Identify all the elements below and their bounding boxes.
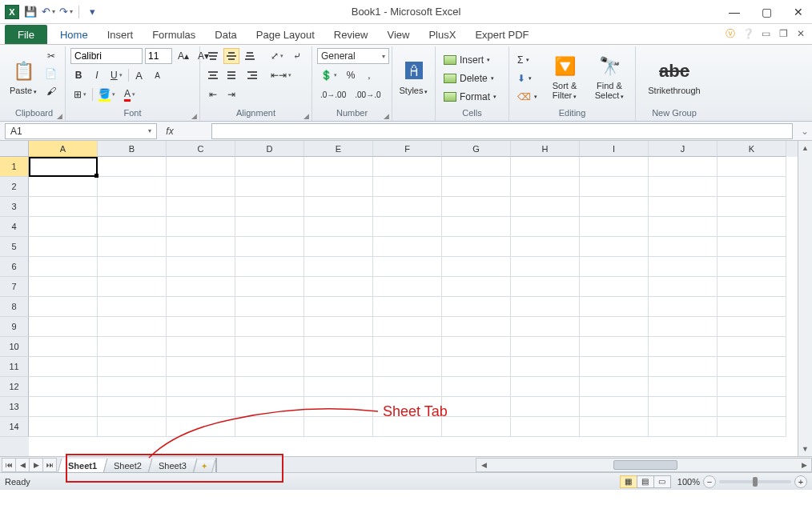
hscroll-split[interactable] xyxy=(215,458,222,472)
row-header-12[interactable]: 12 xyxy=(0,377,29,397)
font-color-icon[interactable]: A xyxy=(121,86,139,102)
cell-A12[interactable] xyxy=(29,377,98,397)
cell-J7[interactable] xyxy=(649,277,718,297)
sheet-nav-last-icon[interactable]: ⏭ xyxy=(42,458,57,472)
cell-D13[interactable] xyxy=(235,397,304,417)
cell-G5[interactable] xyxy=(442,237,511,257)
bold-button[interactable]: B xyxy=(70,67,86,83)
alignment-launcher-icon[interactable]: ◢ xyxy=(303,112,309,120)
cell-H2[interactable] xyxy=(511,177,580,197)
scroll-down-icon[interactable]: ▼ xyxy=(798,442,812,456)
sheet-tab-sheet3[interactable]: Sheet3 xyxy=(148,459,198,473)
cell-B6[interactable] xyxy=(98,257,167,277)
align-bottom-icon[interactable] xyxy=(242,48,258,64)
cell-B4[interactable] xyxy=(98,217,167,237)
clear-button[interactable]: ⌫▾ xyxy=(514,89,541,105)
zoom-in-button[interactable]: + xyxy=(794,475,807,488)
cell-E13[interactable] xyxy=(304,397,373,417)
cell-A9[interactable] xyxy=(29,317,98,337)
cell-F6[interactable] xyxy=(373,257,442,277)
cell-J12[interactable] xyxy=(649,377,718,397)
cell-A11[interactable] xyxy=(29,357,98,377)
cell-C1[interactable] xyxy=(167,157,235,177)
cut-icon[interactable]: ✂ xyxy=(42,48,60,64)
format-cells-button[interactable]: Format▾ xyxy=(440,89,500,105)
align-right-icon[interactable] xyxy=(242,67,258,83)
vertical-scrollbar[interactable]: ▲ ▼ xyxy=(798,141,812,456)
cell-K12[interactable] xyxy=(718,377,786,397)
cell-B8[interactable] xyxy=(98,297,167,317)
row-header-10[interactable]: 10 xyxy=(0,337,29,357)
cell-F12[interactable] xyxy=(373,377,442,397)
cell-F1[interactable] xyxy=(373,157,442,177)
tab-page-layout[interactable]: Page Layout xyxy=(248,25,323,44)
cell-E1[interactable] xyxy=(304,157,373,177)
cell-G12[interactable] xyxy=(442,377,511,397)
cell-F10[interactable] xyxy=(373,337,442,357)
increase-indent-icon[interactable]: ⇥ xyxy=(223,86,239,102)
cell-C5[interactable] xyxy=(167,237,235,257)
cell-I2[interactable] xyxy=(580,177,649,197)
cell-K4[interactable] xyxy=(718,217,786,237)
cell-F4[interactable] xyxy=(373,217,442,237)
cell-D3[interactable] xyxy=(235,197,304,217)
cell-B7[interactable] xyxy=(98,277,167,297)
fill-button[interactable]: ⬇▾ xyxy=(514,70,541,86)
cell-A5[interactable] xyxy=(29,237,98,257)
cell-J1[interactable] xyxy=(649,157,718,177)
close-button[interactable]: ✕ xyxy=(788,2,809,22)
tab-home[interactable]: Home xyxy=(52,25,96,44)
cell-J5[interactable] xyxy=(649,237,718,257)
cell-F14[interactable] xyxy=(373,417,442,437)
cell-D14[interactable] xyxy=(235,417,304,437)
cell-E10[interactable] xyxy=(304,337,373,357)
fx-icon[interactable]: fx xyxy=(160,126,179,137)
cell-J4[interactable] xyxy=(649,217,718,237)
cell-I9[interactable] xyxy=(580,317,649,337)
qat-customize-icon[interactable]: ▾ xyxy=(86,6,98,18)
row-header-3[interactable]: 3 xyxy=(0,197,29,217)
cell-G11[interactable] xyxy=(442,357,511,377)
cell-J10[interactable] xyxy=(649,337,718,357)
cell-E9[interactable] xyxy=(304,317,373,337)
cell-H12[interactable] xyxy=(511,377,580,397)
cell-B12[interactable] xyxy=(98,377,167,397)
cell-G8[interactable] xyxy=(442,297,511,317)
cell-F11[interactable] xyxy=(373,357,442,377)
cell-F2[interactable] xyxy=(373,177,442,197)
cell-K6[interactable] xyxy=(718,257,786,277)
row-header-8[interactable]: 8 xyxy=(0,297,29,317)
clipboard-launcher-icon[interactable]: ◢ xyxy=(57,112,62,120)
cell-H1[interactable] xyxy=(511,157,580,177)
cell-C4[interactable] xyxy=(167,217,235,237)
sort-filter-button[interactable]: 🔽 Sort & Filter xyxy=(544,48,585,104)
cell-H9[interactable] xyxy=(511,317,580,337)
cell-G4[interactable] xyxy=(442,217,511,237)
scroll-left-icon[interactable]: ◀ xyxy=(476,461,491,469)
cell-A4[interactable] xyxy=(29,217,98,237)
row-header-13[interactable]: 13 xyxy=(0,397,29,417)
cell-H11[interactable] xyxy=(511,357,580,377)
cell-I7[interactable] xyxy=(580,277,649,297)
select-all-corner[interactable] xyxy=(0,141,29,157)
doc-minimize-icon[interactable]: ▭ xyxy=(759,27,772,40)
cell-E6[interactable] xyxy=(304,257,373,277)
sheet-tab-sheet1[interactable]: Sheet1 xyxy=(58,459,108,473)
cell-G1[interactable] xyxy=(442,157,511,177)
maximize-button[interactable]: ▢ xyxy=(756,2,777,22)
cell-J6[interactable] xyxy=(649,257,718,277)
cell-B5[interactable] xyxy=(98,237,167,257)
cell-B9[interactable] xyxy=(98,317,167,337)
cell-C14[interactable] xyxy=(167,417,235,437)
font-name-input[interactable] xyxy=(70,48,143,64)
help-icon[interactable]: ❔ xyxy=(742,27,754,40)
cell-K2[interactable] xyxy=(718,177,786,197)
cell-E11[interactable] xyxy=(304,357,373,377)
cell-D6[interactable] xyxy=(235,257,304,277)
cell-H4[interactable] xyxy=(511,217,580,237)
doc-restore-icon[interactable]: ❐ xyxy=(777,27,790,40)
sheet-nav-next-icon[interactable]: ▶ xyxy=(29,458,43,472)
align-center-icon[interactable] xyxy=(223,67,239,83)
cell-A7[interactable] xyxy=(29,277,98,297)
cell-C2[interactable] xyxy=(167,177,235,197)
